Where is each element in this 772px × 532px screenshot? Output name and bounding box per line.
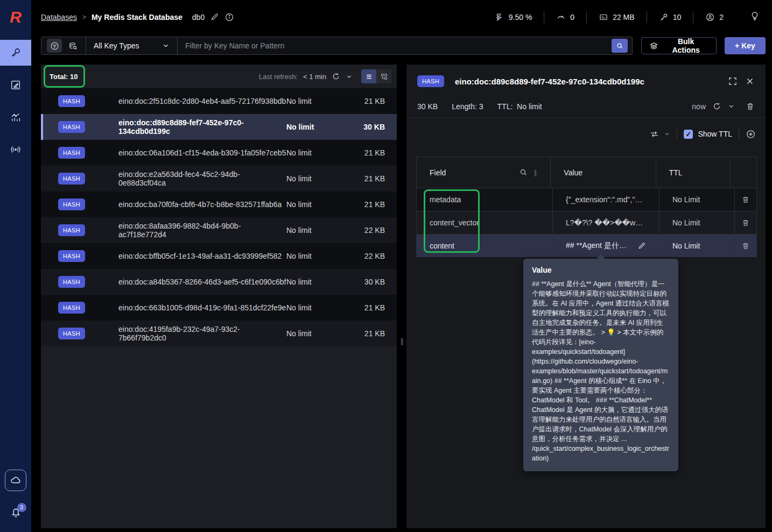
detail-length: Length: 3: [452, 102, 483, 111]
key-row[interactable]: HASH eino:doc:e2a563dd-fec4-45c2-94db-0e…: [41, 166, 397, 191]
hash-field-row[interactable]: content ## **Agent 是什么** A... No Limit: [417, 234, 756, 257]
sidebar-item-workbench[interactable]: [0, 72, 31, 98]
refresh-value-button[interactable]: [712, 102, 721, 111]
db-index-label: db0: [192, 13, 205, 22]
search-fields-button[interactable]: [519, 168, 528, 177]
key-row[interactable]: HASH eino:doc:8afaa396-9882-4bd4-9b0b-ac…: [41, 217, 397, 243]
key-name: eino:doc:06a106d1-cf15-4eda-b309-1fa05fe…: [118, 148, 286, 157]
refresh-keys-button[interactable]: [332, 72, 340, 81]
field-value: {"_extension":".md","_fi...: [566, 195, 646, 204]
pencil-icon: [210, 12, 219, 22]
key-ttl: No limit: [286, 200, 346, 209]
trash-icon: [746, 102, 755, 111]
add-field-button[interactable]: [746, 129, 756, 139]
sidebar-item-browser[interactable]: [0, 40, 31, 66]
key-ttl: No limit: [286, 174, 346, 183]
key-size: 22 KB: [346, 252, 397, 260]
edit-database-alias-button[interactable]: [210, 12, 219, 22]
memory-icon: [599, 12, 608, 22]
remove-field-button[interactable]: [735, 195, 756, 204]
hash-field-row[interactable]: metadata {"_extension":".md","_fi... No …: [417, 188, 756, 211]
sidebar-item-notifications[interactable]: 3: [0, 500, 31, 524]
key-size: 21 KB: [346, 148, 397, 157]
key-type-dropdown[interactable]: All Key Types: [86, 37, 178, 54]
key-ttl: No limit: [286, 123, 346, 131]
sidebar-item-analytics[interactable]: [0, 104, 31, 130]
key-filter-shell: All Key Types: [41, 37, 633, 55]
remove-field-button[interactable]: [735, 218, 756, 227]
tree-view-button[interactable]: [376, 69, 391, 83]
refresh-settings-button[interactable]: [346, 73, 353, 80]
field-value: L?�?\? ��>��w�...: [566, 218, 646, 227]
field-value: ## **Agent 是什么** A...: [566, 241, 633, 251]
search-stack-icon: [68, 41, 78, 51]
key-row[interactable]: HASH eino:doc:06a106d1-cf15-4eda-b309-1f…: [41, 140, 397, 166]
database-name: My Redis Stack Database: [92, 13, 183, 22]
trash-icon: [741, 218, 750, 227]
metric-keys-value: 10: [673, 13, 682, 22]
database-info-button[interactable]: [224, 12, 234, 22]
search-icon: [519, 168, 528, 177]
field-ttl: No Limit: [672, 195, 700, 204]
panel-resize-handle[interactable]: ∥: [399, 334, 405, 349]
show-ttl-toggle[interactable]: ✓ Show TTL: [684, 130, 732, 139]
cpu-icon: [495, 12, 504, 22]
plus-circle-icon: [746, 129, 756, 139]
delete-key-button[interactable]: [746, 102, 755, 111]
key-ttl: No limit: [286, 329, 346, 338]
key-type-badge: HASH: [58, 302, 85, 314]
apply-search-button[interactable]: [612, 39, 628, 53]
key-row[interactable]: HASH eino:doc:bffb05cf-1e13-49af-aa31-dc…: [41, 243, 397, 269]
breadcrumb-databases-link[interactable]: Databases: [41, 13, 77, 22]
field-ttl: No Limit: [672, 218, 700, 227]
metric-cpu-value: 9.50 %: [509, 13, 532, 22]
key-row[interactable]: HASH eino:doc:ba70f0fa-cbf6-4b7c-b8be-83…: [41, 191, 397, 217]
fullscreen-button[interactable]: [728, 76, 738, 86]
key-row[interactable]: HASH eino:doc:663b1005-d98d-419c-9fa1-85…: [41, 295, 397, 321]
detail-ttl-value: No limit: [517, 102, 542, 111]
gauge-icon: [556, 12, 566, 22]
lightbulb-icon: [749, 11, 760, 22]
key-row[interactable]: HASH eino:doc:d89c8d89-fef7-452e-97c0-13…: [41, 114, 397, 140]
key-row[interactable]: HASH eino:doc:a84b5367-8266-46d3-aef5-c6…: [41, 269, 397, 295]
layers-icon: [649, 41, 658, 51]
field-name: metadata: [430, 195, 461, 204]
sidebar-item-cloud[interactable]: [5, 470, 26, 491]
key-name: eino:doc:8afaa396-9882-4bd4-9b0b-ac7f18e…: [118, 222, 286, 239]
filter-by-type-button[interactable]: [47, 39, 62, 53]
auto-refresh-settings-button[interactable]: [728, 103, 735, 110]
edit-value-icon[interactable]: [637, 242, 646, 250]
key-ttl: No limit: [286, 226, 346, 235]
search-by-values-button[interactable]: [65, 39, 80, 53]
sidebar-item-pubsub[interactable]: [0, 137, 31, 162]
key-row[interactable]: HASH eino:doc:2f51c8dc-2d80-4eb4-aaf5-72…: [41, 88, 397, 114]
key-size: 21 KB: [346, 174, 397, 183]
insights-button[interactable]: [749, 11, 760, 22]
bulk-actions-button[interactable]: Bulk Actions: [641, 37, 717, 54]
show-ttl-label: Show TTL: [698, 130, 732, 138]
key-ttl: No limit: [286, 97, 346, 105]
last-refresh-label: Last refresh:: [259, 73, 298, 81]
key-name: eino:doc:a84b5367-8266-46d3-aef5-c6f1e09…: [118, 278, 286, 286]
list-view-button[interactable]: [361, 69, 376, 83]
app-window: R 3: [0, 0, 772, 532]
metric-memory-value: 22 MB: [613, 13, 634, 22]
chevron-down-icon: [664, 131, 670, 137]
metric-cpu: 9.50 %: [483, 12, 544, 22]
formatter-dropdown[interactable]: [649, 129, 670, 139]
close-detail-button[interactable]: [745, 76, 755, 86]
add-key-button[interactable]: + Key: [725, 37, 766, 54]
key-type-badge: HASH: [58, 276, 85, 288]
chevron-down-icon: [728, 103, 735, 110]
key-search-input[interactable]: [185, 41, 612, 50]
column-resize-handle[interactable]: ∥: [534, 169, 537, 176]
hash-field-row[interactable]: content_vector L?�?\? ��>��w�... No Limi…: [417, 211, 756, 234]
top-bar: Databases > My Redis Stack Database db0 …: [31, 0, 772, 34]
detail-header: HASH eino:doc:d89c8d89-fef7-452e-97c0-13…: [406, 65, 766, 87]
filter-circle-icon: [50, 41, 60, 51]
chevron-down-icon: [162, 42, 170, 49]
key-row[interactable]: HASH eino:doc:4195fa9b-232c-49a7-93c2-7b…: [41, 321, 397, 346]
remove-field-button[interactable]: [735, 242, 756, 250]
key-ttl: No limit: [286, 252, 346, 260]
value-tooltip: Value ## **Agent 是什么** Agent（智能代理）是一个能够感…: [523, 259, 678, 471]
